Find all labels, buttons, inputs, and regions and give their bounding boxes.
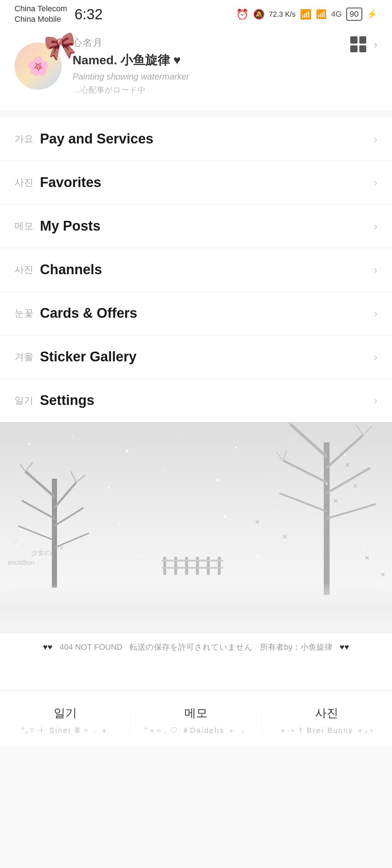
footer-hearts-left: ♥♥	[43, 642, 52, 652]
footer-text: ♥♥ 404 NOT FOUND 転送の保存を許可されていません 所有者by：小…	[15, 642, 377, 653]
profile-area: 🌸 🎀 心名月 Named. 小鱼旋律 ♥ Painting showing w…	[0, 25, 392, 110]
avatar-container[interactable]: 🌸 🎀	[15, 42, 62, 90]
fence-area	[160, 553, 232, 576]
grid-icon[interactable]	[350, 36, 366, 52]
winter-scene: × × × × × × × ♡ 少女の恋 excitillion ✕ · · ·	[0, 422, 392, 633]
menu-chevron-icon-2: ›	[373, 219, 377, 233]
svg-line-20	[363, 426, 372, 435]
footer-text2: 転送の保存を許可されていません	[130, 642, 253, 653]
svg-line-22	[276, 451, 283, 461]
svg-line-8	[25, 462, 33, 471]
bottom-tab-sub-0: °｡♡ ＋ Siner Ⅲ ÷ ．＋	[21, 726, 109, 735]
svg-point-43	[271, 472, 273, 474]
menu-label-kr-4: 눈꽃	[15, 307, 40, 320]
menu-label-en-4: Cards & Offers	[40, 305, 373, 321]
menu-item-pay-services[interactable]: 가요 Pay and Services ›	[0, 117, 392, 161]
spacer	[0, 661, 392, 690]
svg-line-14	[283, 461, 327, 482]
menu-label-kr-2: 메모	[15, 220, 40, 232]
svg-line-18	[279, 422, 290, 424]
menu-item-cards-offers[interactable]: 눈꽃 Cards & Offers ›	[0, 292, 392, 335]
profile-name-jp: 心名月	[73, 36, 189, 49]
watermark-text4: · · ·	[137, 555, 146, 562]
footer-hearts-right: ♥♥	[340, 642, 349, 652]
alarm-icon: ⏰	[236, 8, 249, 20]
menu-label-kr-0: 가요	[15, 133, 40, 145]
svg-point-47	[173, 505, 175, 506]
carrier1: China Telecom	[15, 4, 67, 14]
menu-label-en-0: Pay and Services	[40, 131, 373, 147]
svg-point-46	[119, 523, 121, 525]
svg-line-13	[327, 435, 363, 468]
svg-line-21	[356, 424, 363, 435]
svg-rect-31	[162, 567, 223, 569]
svg-line-5	[18, 526, 54, 540]
bottom-tab-label-1: 메모	[184, 705, 208, 721]
menu-item-favorites[interactable]: 사진 Favorites ›	[0, 161, 392, 204]
grid-cell	[359, 45, 367, 53]
svg-line-1	[25, 471, 54, 497]
bottom-tab-sub-2: ＋·÷ † Brei Bunny ＋｡÷	[279, 726, 375, 735]
winter-scene-area: × × × × × × × ♡ 少女の恋 excitillion ✕ · · ·	[0, 422, 392, 633]
menu-item-sticker-gallery[interactable]: 겨울 Sticker Gallery ›	[0, 335, 392, 379]
x-mark-6: ×	[380, 569, 385, 580]
svg-point-41	[163, 469, 164, 470]
svg-rect-29	[218, 557, 221, 575]
svg-rect-28	[207, 557, 210, 575]
signal-4g-icon: 4G	[331, 9, 342, 19]
menu-chevron-icon-5: ›	[373, 350, 377, 364]
x-mark-1: ×	[255, 517, 260, 527]
svg-line-17	[327, 504, 376, 519]
menu-chevron-icon-0: ›	[373, 132, 377, 146]
footer-bar: ♥♥ 404 NOT FOUND 転送の保存を許可されていません 所有者by：小…	[0, 633, 392, 661]
svg-point-33	[72, 436, 73, 437]
svg-point-32	[28, 443, 30, 445]
grid-cell	[359, 36, 367, 44]
profile-left: 🌸 🎀 心名月 Named. 小鱼旋律 ♥ Painting showing w…	[15, 36, 189, 96]
svg-line-9	[76, 475, 85, 482]
menu-item-channels[interactable]: 사진 Channels ›	[0, 248, 392, 292]
grid-cell	[350, 45, 358, 53]
profile-right[interactable]: ›	[350, 36, 377, 52]
bottom-tab-memo[interactable]: 메모 °＋÷．♡ ＃Daidelis ＋ ．	[131, 705, 261, 735]
bottom-tab-photo[interactable]: 사진 ＋·÷ † Brei Bunny ＋｡÷	[262, 705, 392, 735]
svg-rect-26	[185, 557, 188, 575]
svg-line-15	[327, 468, 370, 493]
menu-label-en-2: My Posts	[40, 218, 373, 234]
menu-label-en-1: Favorites	[40, 175, 373, 190]
menu-item-settings[interactable]: 일기 Settings ›	[0, 379, 392, 422]
svg-line-7	[20, 464, 25, 471]
footer-text1: 404 NOT FOUND	[60, 642, 122, 652]
svg-point-53	[144, 559, 146, 561]
profile-name: Named. 小鱼旋律 ♥	[73, 52, 189, 69]
status-time: 6:32	[74, 6, 103, 23]
profile-subtitle: Painting showing watermarker	[73, 72, 189, 82]
svg-line-23	[283, 450, 287, 461]
svg-line-12	[290, 424, 327, 457]
menu-chevron-icon-4: ›	[373, 307, 377, 320]
menu-label-kr-5: 겨울	[15, 350, 40, 363]
battery-indicator: 90	[346, 8, 362, 21]
network-speed: 72.3 K/s	[269, 10, 295, 19]
mute-icon: 🔕	[253, 9, 265, 20]
menu-chevron-icon-1: ›	[373, 176, 377, 189]
bottom-tab-sub-1: °＋÷．♡ ＃Daidelis ＋ ．	[144, 726, 248, 735]
bottom-tab-label-2: 사진	[315, 705, 338, 721]
svg-point-35	[181, 432, 182, 434]
watermark-heart: ♡	[12, 538, 17, 546]
menu-item-my-posts[interactable]: 메모 My Posts ›	[0, 204, 392, 248]
grid-cell	[350, 36, 358, 44]
status-bar: China Telecom China Mobile 6:32 ⏰ 🔕 72.3…	[0, 0, 392, 25]
svg-line-6	[54, 533, 89, 548]
snow-ground	[0, 582, 392, 633]
bottom-tab-diary[interactable]: 일기 °｡♡ ＋ Siner Ⅲ ÷ ．＋	[0, 705, 130, 735]
svg-line-2	[54, 482, 76, 508]
svg-line-4	[54, 508, 83, 526]
svg-point-34	[126, 450, 128, 453]
svg-line-16	[279, 493, 327, 511]
svg-rect-30	[162, 560, 223, 561]
status-right-icons: ⏰ 🔕 72.3 K/s 📶 📶 4G 90 ⚡	[236, 8, 377, 21]
menu-label-en-5: Sticker Gallery	[40, 349, 373, 365]
bottom-tab-label-0: 일기	[54, 705, 77, 721]
menu-label-kr-3: 사진	[15, 263, 40, 276]
